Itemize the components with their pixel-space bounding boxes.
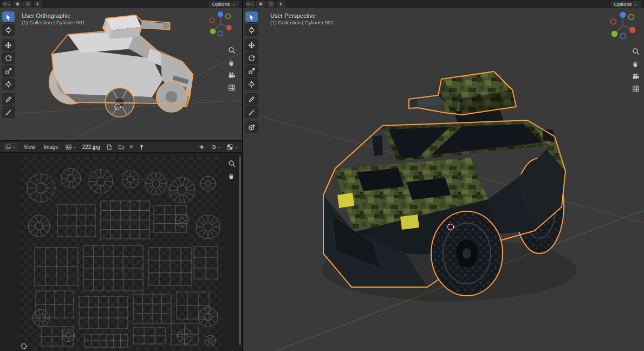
- select-box-tool[interactable]: [245, 11, 258, 22]
- axis-y-handle[interactable]: [612, 31, 617, 37]
- annotate-tool[interactable]: [245, 94, 258, 105]
- rotate-tool[interactable]: [2, 53, 15, 63]
- zoom-icon[interactable]: [632, 48, 640, 55]
- axis-z-neg-handle[interactable]: [620, 34, 626, 39]
- pivot-sphere-icon: [211, 144, 217, 150]
- unlink-image-button[interactable]: ✕: [128, 144, 135, 150]
- breadcrumb: (1) Collection | Cylinder.001: [22, 20, 85, 25]
- axis-x-handle[interactable]: [226, 25, 232, 30]
- menu-view[interactable]: View: [21, 144, 38, 151]
- folder-icon: [118, 144, 124, 150]
- uv-editor-header: ⌄ View Image ⌄ 222.jpg ✕ ⌄ ⌄: [0, 141, 242, 153]
- move-tool[interactable]: [2, 40, 15, 50]
- scene-perspective[interactable]: [243, 0, 644, 351]
- grid-toggle-icon[interactable]: [228, 84, 236, 92]
- hand-pan-icon[interactable]: [228, 172, 236, 180]
- add-cube-tool[interactable]: [245, 122, 258, 133]
- pin-button[interactable]: [137, 144, 146, 151]
- uv-nav-buttons: [228, 160, 236, 180]
- editor-type-button[interactable]: ⌄: [246, 1, 255, 8]
- image-editor-icon: [5, 144, 11, 150]
- chevron-down-icon: ⌄: [232, 2, 236, 6]
- scale-tool[interactable]: [245, 66, 258, 76]
- new-image-button[interactable]: [105, 144, 114, 151]
- mode-button-1[interactable]: [13, 1, 22, 8]
- scale-tool[interactable]: [2, 66, 15, 76]
- view-mode-label: User Perspective: [270, 12, 316, 19]
- options-button[interactable]: Options ⌄: [610, 1, 641, 8]
- chevron-down-icon: ⌄: [7, 2, 11, 6]
- zoom-icon[interactable]: [228, 47, 236, 54]
- chevron-down-icon: ⌄: [250, 2, 254, 6]
- uv-scrollbar[interactable]: [239, 157, 241, 345]
- viewport-nav-buttons: [228, 47, 236, 92]
- axis-z-handle[interactable]: [218, 11, 223, 17]
- sphere-icon: [15, 2, 20, 6]
- viewport-perspective[interactable]: ⌄ Options ⌄ User Perspective (1) Collect…: [243, 0, 644, 351]
- annotate-tool[interactable]: [2, 94, 15, 105]
- navigation-gizmo[interactable]: [206, 10, 235, 38]
- viewport-nav-buttons: [632, 48, 640, 93]
- sphere-half-icon: [279, 2, 284, 6]
- mode-button-2[interactable]: [23, 1, 32, 8]
- chevron-down-icon: ⌄: [234, 145, 238, 149]
- measure-tool[interactable]: [2, 107, 15, 118]
- sync-arrows-icon: [199, 144, 205, 150]
- editor-type-button[interactable]: ⌄: [3, 143, 18, 151]
- options-label: Options: [212, 1, 230, 7]
- editor-type-button[interactable]: ⌄: [3, 1, 11, 8]
- open-image-button[interactable]: [116, 144, 126, 151]
- rotate-tool[interactable]: [245, 53, 258, 63]
- axis-x-neg-handle[interactable]: [210, 18, 214, 23]
- chevron-down-icon: ⌄: [12, 145, 16, 149]
- measure-tool[interactable]: [245, 107, 258, 118]
- axis-z-handle[interactable]: [620, 12, 626, 18]
- uv-sync-button[interactable]: [197, 144, 206, 151]
- viewport-orthographic[interactable]: ⌄ Options ⌄ User Orthographic (1) Collec…: [0, 0, 243, 141]
- tool-shelf: [245, 11, 258, 137]
- axis-z-neg-handle[interactable]: [218, 31, 223, 36]
- options-button[interactable]: Options ⌄: [209, 1, 239, 8]
- turret[interactable]: [409, 72, 516, 115]
- viewport-editor-icon: [3, 2, 6, 6]
- axis-y-neg-handle[interactable]: [225, 14, 230, 19]
- image-name[interactable]: 222.jpg: [81, 144, 102, 150]
- zoom-icon[interactable]: [228, 160, 236, 167]
- camera-view-icon[interactable]: [228, 72, 236, 79]
- image-browse-button[interactable]: ⌄: [64, 144, 78, 151]
- hand-pan-icon[interactable]: [632, 60, 640, 68]
- axis-x-handle[interactable]: [629, 27, 635, 33]
- vehicle-gray-model[interactable]: [49, 15, 193, 117]
- view-mode-label: User Orthographic: [22, 12, 70, 19]
- menu-image[interactable]: Image: [41, 144, 61, 151]
- grid-toggle-icon[interactable]: [632, 85, 640, 93]
- display-channels-button[interactable]: ⌄: [225, 144, 239, 151]
- mode-button-3[interactable]: [277, 1, 285, 8]
- navigation-gizmo[interactable]: [607, 10, 639, 41]
- uv-canvas[interactable]: [19, 155, 222, 351]
- chevron-down-icon: ⌄: [634, 2, 638, 6]
- breadcrumb: (1) Collection | Cylinder.001: [270, 20, 334, 25]
- viewport-editor-icon: [246, 2, 250, 6]
- tool-shelf: [2, 11, 15, 122]
- select-box-tool[interactable]: [2, 11, 15, 22]
- sphere-icon: [258, 2, 263, 6]
- mode-button-3[interactable]: [34, 1, 42, 8]
- sphere-dot-icon: [269, 2, 274, 6]
- mode-button-2[interactable]: [266, 1, 275, 8]
- axis-y-handle[interactable]: [210, 29, 216, 34]
- mode-button-1[interactable]: [256, 1, 265, 8]
- axis-y-neg-handle[interactable]: [629, 14, 634, 20]
- pivot-select-button[interactable]: ⌄: [209, 144, 223, 151]
- hand-pan-icon[interactable]: [228, 59, 236, 67]
- move-tool[interactable]: [245, 40, 258, 50]
- viewport-header: ⌄ Options ⌄: [243, 0, 644, 8]
- cursor-tool[interactable]: [2, 24, 15, 35]
- transform-tool[interactable]: [245, 79, 258, 89]
- blender-window: { "icons": { "caret": "⌄", "close": "✕" …: [0, 0, 644, 351]
- transform-tool[interactable]: [2, 79, 15, 89]
- uv-image-editor[interactable]: ⌄ View Image ⌄ 222.jpg ✕ ⌄ ⌄: [0, 141, 243, 351]
- axis-x-neg-handle[interactable]: [610, 19, 616, 24]
- cursor-tool[interactable]: [245, 24, 258, 35]
- camera-view-icon[interactable]: [632, 73, 640, 80]
